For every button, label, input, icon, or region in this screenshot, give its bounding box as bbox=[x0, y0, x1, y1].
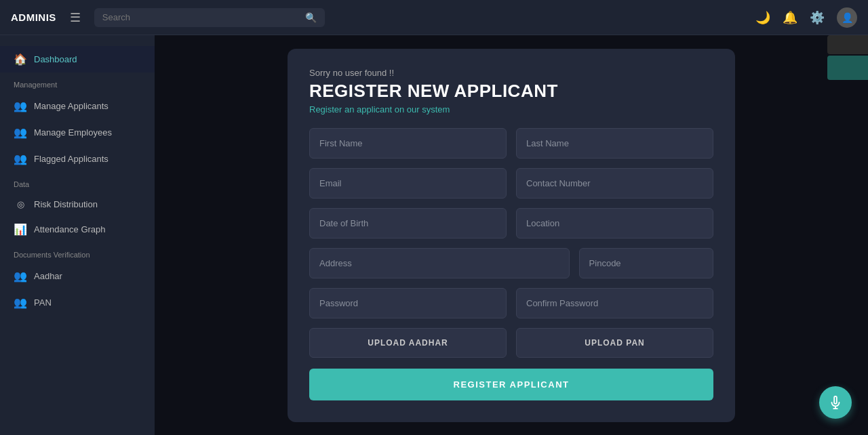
aadhar-icon: 👥 bbox=[14, 270, 27, 283]
sidebar-item-manage-applicants[interactable]: 👥 Manage Applicants bbox=[0, 93, 155, 119]
location-input[interactable] bbox=[516, 208, 713, 239]
main-layout: 🏠 Dashboard Management 👥 Manage Applican… bbox=[0, 35, 868, 435]
pincode-input[interactable] bbox=[579, 248, 713, 278]
management-section-label: Management bbox=[0, 72, 155, 93]
form-row-address-pincode bbox=[309, 248, 713, 278]
sidebar-item-dashboard[interactable]: 🏠 Dashboard bbox=[0, 46, 155, 72]
notifications-icon[interactable]: 🔔 bbox=[783, 10, 797, 25]
register-applicant-button[interactable]: REGISTER APPLICANT bbox=[309, 369, 713, 400]
sidebar-item-attendance-graph[interactable]: 📊 Attendance Graph bbox=[0, 216, 155, 243]
risk-distribution-icon: ◎ bbox=[14, 199, 27, 209]
first-name-input[interactable] bbox=[309, 128, 507, 159]
sidebar-item-label: Manage Applicants bbox=[34, 101, 108, 111]
date-of-birth-input[interactable] bbox=[309, 208, 507, 239]
last-name-input[interactable] bbox=[516, 128, 713, 159]
sidebar-item-label: Attendance Graph bbox=[34, 224, 106, 234]
brand-logo: ADMINIS bbox=[11, 12, 56, 23]
upload-pan-button[interactable]: UPLOAD PAN bbox=[516, 328, 713, 358]
address-input[interactable] bbox=[309, 248, 570, 278]
sidebar: 🏠 Dashboard Management 👥 Manage Applican… bbox=[0, 35, 155, 435]
form-row-dob-location bbox=[309, 208, 713, 239]
sidebar-item-label: Dashboard bbox=[34, 54, 77, 64]
mic-fab-button[interactable] bbox=[819, 386, 852, 419]
register-modal: Sorry no user found !! REGISTER NEW APPL… bbox=[288, 49, 735, 422]
pan-icon: 👥 bbox=[14, 296, 27, 309]
modal-overlay: Sorry no user found !! REGISTER NEW APPL… bbox=[155, 35, 868, 435]
form-row-email-contact bbox=[309, 168, 713, 199]
email-input[interactable] bbox=[309, 168, 507, 199]
manage-employees-icon: 👥 bbox=[14, 126, 27, 139]
microphone-icon bbox=[828, 395, 843, 410]
sidebar-item-label: Manage Employees bbox=[34, 127, 112, 138]
password-input[interactable] bbox=[309, 288, 507, 318]
confirm-password-input[interactable] bbox=[516, 288, 713, 318]
sidebar-item-aadhar[interactable]: 👥 Aadhar bbox=[0, 263, 155, 289]
attendance-graph-icon: 📊 bbox=[14, 223, 27, 236]
documents-section-label: Documents Verification bbox=[0, 243, 155, 263]
flagged-applicants-icon: 👥 bbox=[14, 152, 27, 165]
contact-number-input[interactable] bbox=[516, 168, 713, 199]
form-row-name bbox=[309, 128, 713, 159]
search-bar: 🔍 bbox=[94, 8, 325, 27]
hamburger-icon[interactable]: ☰ bbox=[70, 10, 81, 25]
sidebar-item-risk-distribution[interactable]: ◎ Risk Distribution bbox=[0, 192, 155, 216]
content-area: Sorry no user found !! REGISTER NEW APPL… bbox=[155, 35, 868, 435]
modal-subtitle: Register an applicant on our system bbox=[309, 104, 713, 115]
sorry-text: Sorry no user found !! bbox=[309, 68, 713, 78]
topbar: ADMINIS ☰ 🔍 🌙 🔔 ⚙️ 👤 bbox=[0, 0, 868, 35]
settings-icon[interactable]: ⚙️ bbox=[810, 10, 825, 25]
sidebar-item-label: Risk Distribution bbox=[34, 199, 98, 209]
search-input[interactable] bbox=[102, 12, 300, 22]
form-row-uploads: UPLOAD AADHAR UPLOAD PAN bbox=[309, 328, 713, 358]
user-avatar[interactable]: 👤 bbox=[837, 7, 857, 28]
avatar-icon: 👤 bbox=[842, 12, 853, 23]
sidebar-item-pan[interactable]: 👥 PAN bbox=[0, 289, 155, 316]
sidebar-item-label: Flagged Applicants bbox=[34, 154, 108, 164]
modal-title: REGISTER NEW APPLICANT bbox=[309, 81, 713, 102]
topbar-actions: 🌙 🔔 ⚙️ 👤 bbox=[755, 7, 857, 28]
upload-aadhar-button[interactable]: UPLOAD AADHAR bbox=[309, 328, 507, 358]
sidebar-item-manage-employees[interactable]: 👥 Manage Employees bbox=[0, 119, 155, 146]
search-icon: 🔍 bbox=[305, 12, 317, 23]
form-row-passwords bbox=[309, 288, 713, 318]
dashboard-icon: 🏠 bbox=[14, 53, 27, 66]
data-section-label: Data bbox=[0, 172, 155, 192]
sidebar-item-label: PAN bbox=[34, 297, 52, 308]
sidebar-item-flagged-applicants[interactable]: 👥 Flagged Applicants bbox=[0, 146, 155, 172]
manage-applicants-icon: 👥 bbox=[14, 100, 27, 112]
sidebar-item-label: Aadhar bbox=[34, 271, 62, 281]
dark-mode-icon[interactable]: 🌙 bbox=[755, 10, 770, 25]
